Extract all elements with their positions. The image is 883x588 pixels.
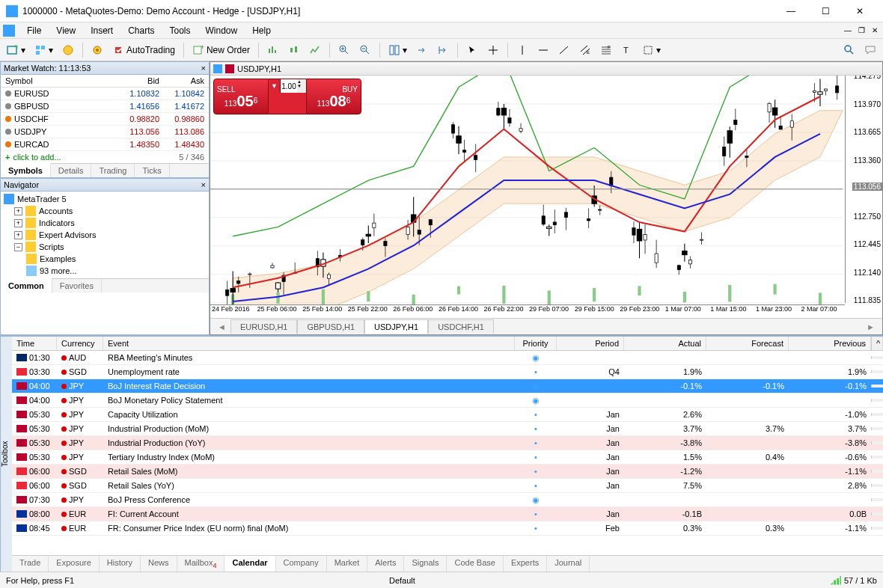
toolbox-tab-trade[interactable]: Trade	[12, 556, 49, 572]
cursor-button[interactable]	[462, 41, 482, 59]
text-label-button[interactable]: T	[617, 41, 637, 59]
volume-input[interactable]: 1.00	[281, 79, 297, 93]
col-actual[interactable]: Actual	[624, 337, 706, 350]
horizontal-line-button[interactable]	[534, 41, 553, 59]
close-button[interactable]: ✕	[843, 0, 877, 22]
mw-tab-trading[interactable]: Trading	[91, 164, 135, 177]
toolbox-tab-exposure[interactable]: Exposure	[49, 556, 99, 572]
fibonacci-button[interactable]: F	[596, 41, 616, 59]
auto-scroll-button[interactable]	[412, 41, 432, 59]
search-icon[interactable]	[840, 41, 859, 59]
calendar-row[interactable]: 07:30 JPY BoJ Press Conference ◉	[12, 493, 883, 507]
objects-button[interactable]: ▾	[638, 41, 664, 59]
maximize-button[interactable]: ☐	[808, 0, 843, 22]
new-chart-button[interactable]: ▾	[3, 41, 29, 59]
chat-icon[interactable]	[861, 41, 880, 59]
col-symbol[interactable]: Symbol	[1, 75, 119, 87]
buy-button[interactable]: BUY 113086	[306, 79, 361, 114]
candlestick-button[interactable]	[284, 41, 304, 59]
expand-icon[interactable]: +	[14, 231, 22, 239]
col-period[interactable]: Period	[557, 337, 624, 350]
col-event[interactable]: Event	[103, 337, 515, 350]
toolbox-tab-news[interactable]: News	[141, 556, 177, 572]
sell-button[interactable]: SELL 113056	[213, 79, 269, 114]
calendar-row[interactable]: 05:30 JPY Tertiary Industry Index (MoM) …	[12, 450, 883, 465]
market-watch-button[interactable]	[58, 41, 78, 59]
new-order-button[interactable]: +New Order	[189, 41, 254, 59]
nav-tab-common[interactable]: Common	[1, 278, 52, 293]
mdi-restore-icon[interactable]: ❐	[856, 25, 867, 36]
col-priority[interactable]: Priority	[515, 337, 557, 350]
chart-tab[interactable]: EURUSD,H1	[230, 319, 298, 334]
tree-accounts[interactable]: +Accounts	[2, 205, 207, 217]
autotrading-button[interactable]: AutoTrading	[109, 41, 179, 59]
line-chart-button[interactable]	[305, 41, 325, 59]
minimize-button[interactable]: —	[774, 0, 808, 22]
calendar-row[interactable]: 08:00 EUR FI: Current Account • Jan -0.1…	[12, 507, 883, 521]
market-watch-row[interactable]: EURUSD 1.108321.10842	[1, 88, 209, 100]
col-forecast[interactable]: Forecast	[706, 337, 789, 350]
tree-more[interactable]: 93 more...	[2, 265, 207, 277]
toolbox-tab-journal[interactable]: Journal	[547, 556, 590, 572]
toolbox-tab-mailbox[interactable]: Mailbox4	[177, 556, 225, 572]
menu-insert[interactable]: Insert	[83, 24, 120, 37]
menu-window[interactable]: Window	[198, 24, 245, 37]
mw-tab-ticks[interactable]: Ticks	[135, 164, 169, 177]
calendar-row[interactable]: 01:30 AUD RBA Meeting's Minutes ◉	[12, 351, 883, 365]
toolbox-tab-experts[interactable]: Experts	[504, 556, 547, 572]
calendar-row[interactable]: 04:00 JPY BoJ Monetary Policy Statement …	[12, 393, 883, 408]
bar-chart-button[interactable]	[263, 41, 283, 59]
calendar-row[interactable]: 08:45 EUR FR: Consumer Price Index (EU n…	[12, 521, 883, 536]
tree-root[interactable]: MetaTrader 5	[2, 193, 207, 205]
mdi-close-icon[interactable]: ✕	[870, 25, 880, 36]
connection-text[interactable]: 57 / 1 Kb	[844, 576, 877, 585]
profiles-button[interactable]: ▾	[31, 41, 57, 59]
add-symbol-icon[interactable]: +	[5, 153, 10, 162]
toolbox-tab-alerts[interactable]: Alerts	[367, 556, 404, 572]
calendar-row[interactable]: 06:00 SGD Retail Sales (YoY) • Jan 7.5% …	[12, 479, 883, 493]
navigator-close-icon[interactable]: ×	[201, 180, 206, 189]
tile-windows-button[interactable]: ▾	[385, 41, 411, 59]
col-currency[interactable]: Currency	[57, 337, 103, 350]
tree-expert-advisors[interactable]: +Expert Advisors	[2, 229, 207, 241]
options-button[interactable]	[88, 41, 107, 59]
volume-stepper[interactable]: ▲▼	[297, 79, 306, 93]
chart-shift-button[interactable]	[433, 41, 453, 59]
market-watch-row[interactable]: GBPUSD 1.416561.41672	[1, 100, 209, 113]
calendar-row[interactable]: 05:30 JPY Capacity Utilization • Jan 2.6…	[12, 408, 883, 422]
menu-file[interactable]: File	[19, 24, 49, 37]
mw-tab-symbols[interactable]: Symbols	[1, 163, 51, 177]
toolbox-tab-history[interactable]: History	[100, 556, 141, 572]
crosshair-button[interactable]	[483, 41, 503, 59]
chart-tab[interactable]: USDCHF,H1	[428, 319, 494, 334]
tree-indicators[interactable]: +Indicators	[2, 217, 207, 229]
calendar-row[interactable]: 06:00 SGD Retail Sales (MoM) • Jan -1.2%…	[12, 465, 883, 479]
mw-tab-details[interactable]: Details	[51, 164, 92, 177]
tree-examples[interactable]: Examples	[2, 253, 207, 265]
nav-tab-favorites[interactable]: Favorites	[52, 279, 102, 293]
tree-scripts[interactable]: −Scripts	[2, 241, 207, 253]
toolbox-tab-code-base[interactable]: Code Base	[447, 556, 503, 572]
trade-dropdown-icon[interactable]: ▼	[269, 79, 281, 93]
col-ask[interactable]: Ask	[164, 75, 209, 87]
trendline-button[interactable]	[554, 41, 574, 59]
add-symbol-link[interactable]: click to add...	[13, 153, 61, 162]
market-watch-row[interactable]: USDCHF 0.988200.98860	[1, 113, 209, 126]
market-watch-row[interactable]: EURCAD 1.483501.48430	[1, 138, 209, 151]
equidistant-channel-button[interactable]: E	[575, 41, 595, 59]
market-watch-row[interactable]: USDJPY 113.056113.086	[1, 126, 209, 138]
col-bid[interactable]: Bid	[119, 75, 164, 87]
col-previous[interactable]: Previous	[789, 337, 871, 350]
zoom-in-button[interactable]	[334, 41, 354, 59]
zoom-out-button[interactable]	[355, 41, 375, 59]
chart-tab-scroll-right[interactable]: ►	[862, 322, 879, 331]
calendar-row[interactable]: 04:00 JPY BoJ Interest Rate Decision ◉ -…	[12, 379, 883, 393]
toolbox-tab-company[interactable]: Company	[276, 556, 327, 572]
chart-tab[interactable]: USDJPY,H1	[364, 319, 428, 334]
menu-help[interactable]: Help	[245, 24, 278, 37]
mdi-minimize-icon[interactable]: —	[843, 25, 853, 36]
menu-tools[interactable]: Tools	[162, 24, 198, 37]
calendar-row[interactable]: 03:30 SGD Unemployment rate • Q4 1.9% 1.…	[12, 365, 883, 379]
menu-charts[interactable]: Charts	[120, 24, 162, 37]
expand-icon[interactable]: −	[14, 243, 22, 251]
